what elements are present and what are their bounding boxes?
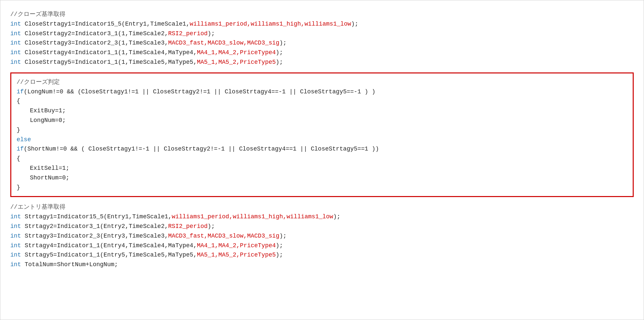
s1-suffix: ); [333, 213, 340, 220]
s5-suffix: ); [276, 252, 283, 258]
cs1-plain: CloseStrtagy1=Indicator15_5(Entry1,TimeS… [21, 21, 190, 27]
cs5-plain: CloseStrtagy5=Indicator1_1(1,TimeScale5,… [21, 59, 197, 65]
kw-int-5: int [10, 59, 21, 65]
kw-if-2: if [17, 146, 24, 152]
close-strtagy3-line: int CloseStrtagy3=Indicator2_3(1,TimeSca… [10, 38, 634, 48]
s3-plain: Strtagy3=Indicator2_3(Entry3,TimeScale3, [21, 233, 168, 239]
short-num-zero-plain: ShortNum=0; [30, 174, 69, 181]
strtagy2-line: int Strtagy2=Indicator3_1(Entry2,TimeSca… [10, 222, 634, 231]
s4-params: MA4_1,MA4_2,PriceType4 [197, 242, 276, 249]
cs4-suffix: ); [276, 49, 283, 56]
close-brace-2: } [17, 183, 627, 192]
if-long-line: if(LongNum!=0 && (CloseStrtagy1!=1 || Cl… [17, 87, 627, 97]
s4-plain: Strtagy4=Indicator1_1(Entry4,TimeScale4,… [21, 242, 197, 249]
kw-int-2: int [10, 30, 21, 37]
s1-params: williams1_period,williams1_high,williams… [172, 213, 333, 220]
strtagy1-line: int Strtagy1=Indicator15_5(Entry1,TimeSc… [10, 212, 634, 222]
strtagy3-line: int Strtagy3=Indicator2_3(Entry3,TimeSca… [10, 231, 634, 241]
cs3-suffix: ); [279, 40, 287, 46]
strtagy5-line: int Strtagy5=Indicator1_1(Entry5,TimeSca… [10, 250, 634, 260]
close-brace-1-plain: } [17, 127, 20, 133]
open-brace-1: { [17, 96, 627, 106]
close-get-comment: //クローズ基準取得 [10, 10, 634, 19]
entry-get-section: //エントリ基準取得 int Strtagy1=Indicator15_5(En… [10, 200, 634, 272]
cs1-params: williams1_period,williams1_high,williams… [190, 21, 351, 27]
strtagy4-line: int Strtagy4=Indicator1_1(Entry4,TimeSca… [10, 241, 634, 251]
long-num-zero-plain: LongNum=0; [30, 117, 66, 124]
kw-if-1: if [17, 88, 24, 95]
close-strtagy1-line: int CloseStrtagy1=Indicator15_5(Entry1,T… [10, 19, 634, 29]
exit-buy-plain: ExitBuy=1; [30, 107, 66, 114]
kw-int-1: int [10, 21, 21, 27]
totalnum-plain: TotalNum=ShortNum+LongNum; [21, 261, 118, 268]
close-strtagy2-line: int CloseStrtagy2=Indicator3_1(1,TimeSca… [10, 29, 634, 39]
kw-int-total: int [10, 261, 21, 268]
kw-int-e4: int [10, 242, 21, 249]
close-strtagy4-line: int CloseStrtagy4=Indicator1_1(1,TimeSca… [10, 48, 634, 57]
s2-suffix: ); [208, 223, 215, 230]
kw-int-e5: int [10, 252, 21, 258]
long-num-zero-line: LongNum=0; [30, 116, 627, 125]
if-short-plain: (ShortNum!=0 && ( CloseStrtagy1!=-1 || C… [24, 146, 379, 152]
s1-plain: Strtagy1=Indicator15_5(Entry1,TimeScale1… [21, 213, 172, 220]
short-num-zero-line: ShortNum=0; [30, 173, 627, 183]
close-brace-2-plain: } [17, 184, 20, 191]
kw-else: else [17, 136, 31, 143]
kw-int-e3: int [10, 233, 21, 239]
close-strtagy5-line: int CloseStrtagy5=Indicator1_1(1,TimeSca… [10, 57, 634, 67]
if-short-line: if(ShortNum!=0 && ( CloseStrtagy1!=-1 ||… [17, 144, 627, 154]
else-line: else [17, 135, 627, 145]
s4-suffix: ); [276, 242, 283, 249]
entry-get-comment: //エントリ基準取得 [10, 202, 634, 212]
kw-int-3: int [10, 40, 21, 46]
close-brace-1: } [17, 125, 627, 135]
code-container: //クローズ基準取得 int CloseStrtagy1=Indicator15… [0, 0, 644, 320]
cs2-params: RSI2_period [168, 30, 208, 37]
kw-int-e1: int [10, 213, 21, 220]
cs4-params: MA4_1,MA4_2,PriceType4 [197, 49, 276, 56]
close-judge-comment: //クローズ判定 [17, 77, 627, 87]
close-get-section: //クローズ基準取得 int CloseStrtagy1=Indicator15… [10, 7, 634, 70]
s2-plain: Strtagy2=Indicator3_1(Entry2,TimeScale2, [21, 223, 168, 230]
close-judge-section: //クローズ判定 if(LongNum!=0 && (CloseStrtagy1… [10, 72, 634, 197]
cs3-params: MACD3_fast,MACD3_slow,MACD3_sig [168, 40, 279, 46]
cs4-plain: CloseStrtagy4=Indicator1_1(1,TimeScale4,… [21, 49, 197, 56]
if-long-plain: (LongNum!=0 && (CloseStrtagy1!=1 || Clos… [24, 88, 376, 95]
open-brace-2: { [17, 154, 627, 163]
cs2-plain: CloseStrtagy2=Indicator3_1(1,TimeScale2, [21, 30, 168, 37]
cs3-plain: CloseStrtagy3=Indicator2_3(1,TimeScale3, [21, 40, 168, 46]
kw-int-4: int [10, 49, 21, 56]
cs5-params: MA5_1,MA5_2,PriceType5 [197, 59, 276, 65]
s5-plain: Strtagy5=Indicator1_1(Entry5,TimeScale5,… [21, 252, 197, 258]
kw-int-e2: int [10, 223, 21, 230]
exit-sell-line: ExitSell=1; [30, 163, 627, 173]
cs5-suffix: ); [276, 59, 283, 65]
s5-params: MA5_1,MA5_2,PriceType5 [197, 252, 276, 258]
exit-buy-line: ExitBuy=1; [30, 106, 627, 116]
s2-params: RSI2_period [168, 223, 208, 230]
brace-1-plain: { [17, 98, 20, 104]
totalnum-line: int TotalNum=ShortNum+LongNum; [10, 260, 634, 269]
s3-params: MACD3_fast,MACD3_slow,MACD3_sig [168, 233, 279, 239]
cs2-suffix: ); [208, 30, 215, 37]
cs1-suffix: ); [351, 21, 358, 27]
exit-sell-plain: ExitSell=1; [30, 165, 69, 171]
brace-2-plain: { [17, 155, 20, 162]
s3-suffix: ); [279, 233, 287, 239]
